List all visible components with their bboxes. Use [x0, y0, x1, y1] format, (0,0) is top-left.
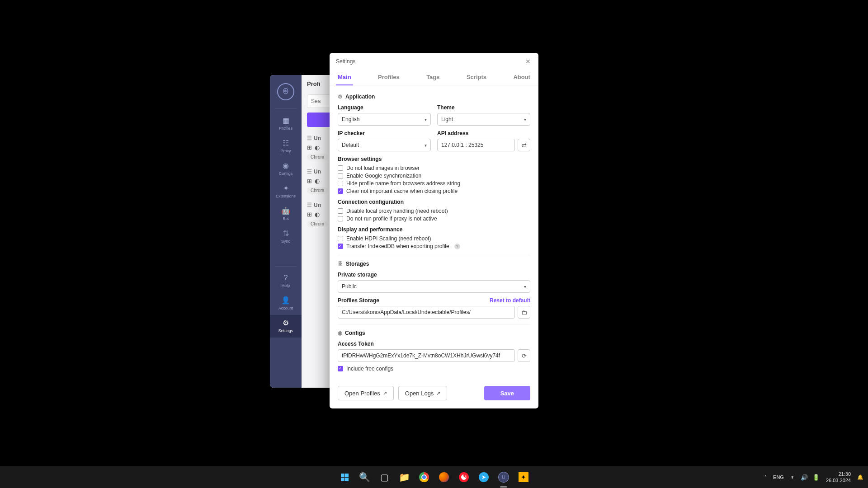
- app-button[interactable]: ✦: [515, 469, 532, 486]
- swap-button[interactable]: ⇄: [518, 139, 530, 151]
- sidebar-item-proxy[interactable]: ☷Proxy: [270, 135, 302, 158]
- checkbox-google-sync[interactable]: Enable Google synchronization: [338, 173, 530, 179]
- info-icon[interactable]: ?: [454, 244, 460, 249]
- battery-icon[interactable]: 🔋: [812, 474, 820, 481]
- task-view-icon: ▢: [380, 472, 389, 483]
- sidebar-item-sync[interactable]: ⇅Sync: [270, 225, 302, 248]
- tab-scripts[interactable]: Scripts: [465, 71, 488, 85]
- tab-profiles[interactable]: Profiles: [376, 71, 401, 85]
- open-logs-button[interactable]: Open Logs↗: [398, 386, 448, 400]
- checkbox-icon: [338, 181, 343, 186]
- chevron-down-icon: ▾: [524, 284, 526, 289]
- profiles-icon: ▦: [270, 116, 302, 125]
- windows-icon: [341, 474, 349, 481]
- tab-about[interactable]: About: [511, 71, 532, 85]
- settings-icon: ⚙: [270, 319, 302, 327]
- modal-body: ⚙ Application Language English ▾ Theme L…: [330, 85, 538, 380]
- browse-folder-button[interactable]: 🗀: [518, 306, 530, 319]
- tab-main[interactable]: Main: [336, 71, 353, 85]
- language-indicator[interactable]: ENG: [773, 474, 784, 480]
- language-select[interactable]: English ▾: [338, 113, 431, 126]
- checkbox-clear-cache[interactable]: Clear not important cache when closing p…: [338, 188, 530, 194]
- refresh-token-button[interactable]: ⟳: [518, 349, 530, 362]
- checkbox-include-free-configs[interactable]: Include free configs: [338, 366, 530, 372]
- save-button[interactable]: Save: [484, 386, 530, 400]
- sidebar-item-account[interactable]: 👤Account: [270, 292, 302, 315]
- telegram-icon: ➤: [479, 472, 489, 482]
- checkbox-transfer-indexeddb[interactable]: Transfer IndexedDB when exporting profil…: [338, 243, 530, 249]
- start-button[interactable]: [336, 469, 353, 486]
- proxy-icon: ☷: [270, 139, 302, 147]
- refresh-icon: ⟳: [522, 352, 527, 359]
- chrome-button[interactable]: [415, 469, 433, 486]
- chevron-down-icon: ▾: [425, 143, 427, 148]
- browser-chip: Chrom: [307, 154, 328, 160]
- sidebar-item-configs[interactable]: ◉Configs: [270, 158, 302, 180]
- browser-icon: ◐: [315, 178, 320, 184]
- close-button[interactable]: ✕: [524, 57, 532, 66]
- sidebar-item-bot[interactable]: 🤖Bot: [270, 203, 302, 225]
- private-storage-select[interactable]: Public ▾: [338, 280, 530, 293]
- windows-icon: ⊞: [307, 144, 312, 151]
- checkbox-no-images[interactable]: Do not load images in browser: [338, 165, 530, 171]
- search-button[interactable]: 🔍: [356, 469, 373, 486]
- tray-expand-button[interactable]: ˄: [764, 475, 767, 480]
- checkbox-icon: [338, 188, 343, 194]
- ip-checker-select[interactable]: Default ▾: [338, 139, 431, 151]
- reset-default-link[interactable]: Reset to default: [490, 297, 530, 304]
- system-tray: ˄ ENG ᯤ 🔊 🔋 21:30 26.03.2024 🔔: [764, 471, 863, 484]
- tab-tags[interactable]: Tags: [425, 71, 441, 85]
- notifications-button[interactable]: 🔔: [857, 474, 863, 480]
- theme-label: Theme: [437, 104, 530, 111]
- sidebar-item-help[interactable]: ?Help: [270, 270, 302, 292]
- bot-icon: 🤖: [270, 206, 302, 215]
- section-configs: ◉ Configs: [338, 330, 530, 336]
- access-token-label: Access Token: [338, 341, 530, 347]
- windows-icon: ⊞: [307, 178, 312, 184]
- browser-icon: ◐: [315, 144, 320, 151]
- network-icon[interactable]: ᯤ: [790, 474, 796, 481]
- theme-select[interactable]: Light ▾: [437, 113, 530, 126]
- firefox-button[interactable]: [435, 469, 453, 486]
- windows-taskbar: 🔍 ▢ 📁 c ➤ U ✦ ˄ ENG ᯤ 🔊 🔋 21:30 26.03.20…: [0, 466, 868, 488]
- ip-checker-label: IP checker: [338, 130, 431, 136]
- browser-chip: Chrom: [307, 187, 328, 194]
- browser-icon: ◐: [315, 211, 320, 218]
- folder-icon: 📁: [399, 472, 410, 483]
- open-profiles-button[interactable]: Open Profiles↗: [338, 386, 394, 400]
- chevron-down-icon: ▾: [425, 117, 427, 122]
- display-heading: Display and performance: [338, 226, 530, 233]
- sync-icon: ⇅: [270, 229, 302, 238]
- sidebar-item-extensions[interactable]: ✦Extensions: [270, 180, 302, 203]
- help-icon: ?: [270, 274, 302, 282]
- app-logo: [277, 83, 294, 100]
- file-explorer-button[interactable]: 📁: [396, 469, 413, 486]
- account-icon: 👤: [270, 296, 302, 305]
- volume-icon[interactable]: 🔊: [801, 474, 808, 481]
- opera-button[interactable]: c: [455, 469, 472, 486]
- private-storage-label: Private storage: [338, 272, 530, 278]
- checkbox-icon: [338, 236, 343, 241]
- connection-heading: Connection configuration: [338, 199, 530, 205]
- sidebar-item-profiles[interactable]: ▦Profiles: [270, 113, 302, 135]
- access-token-input[interactable]: tPlDRHwWHgG2mExYx1de7k_Z-Mvtn8oCW1XHhJrU…: [338, 349, 515, 362]
- telegram-button[interactable]: ➤: [475, 469, 492, 486]
- task-view-button[interactable]: ▢: [376, 469, 393, 486]
- sidebar-item-settings[interactable]: ⚙Settings: [270, 315, 302, 338]
- settings-modal: Settings ✕ Main Profiles Tags Scripts Ab…: [330, 53, 538, 408]
- profiles-storage-input[interactable]: C:/Users/skono/AppData/Local/Undetectabl…: [338, 306, 515, 319]
- section-storages: 🗄 Storages: [338, 261, 530, 267]
- undetectable-icon: U: [498, 472, 509, 483]
- swap-icon: ⇄: [522, 142, 527, 149]
- clock[interactable]: 21:30 26.03.2024: [826, 471, 851, 484]
- checkbox-hdpi[interactable]: Enable HDPI Scaling (need reboot): [338, 235, 530, 242]
- configs-icon: ◉: [338, 330, 342, 336]
- app-sidebar: ▦Profiles ☷Proxy ◉Configs ✦Extensions 🤖B…: [270, 75, 302, 388]
- checkbox-hide-profile-name[interactable]: Hide profile name from browsers address …: [338, 180, 530, 187]
- checkbox-no-run-without-proxy[interactable]: Do not run profile if proxy is not activ…: [338, 216, 530, 222]
- checkbox-disable-local-proxy[interactable]: Disable local proxy handling (need reboo…: [338, 208, 530, 214]
- browser-settings-heading: Browser settings: [338, 156, 530, 162]
- language-label: Language: [338, 104, 431, 111]
- undetectable-button[interactable]: U: [495, 469, 512, 486]
- api-address-input[interactable]: 127.0.0.1 : 25325: [437, 139, 515, 151]
